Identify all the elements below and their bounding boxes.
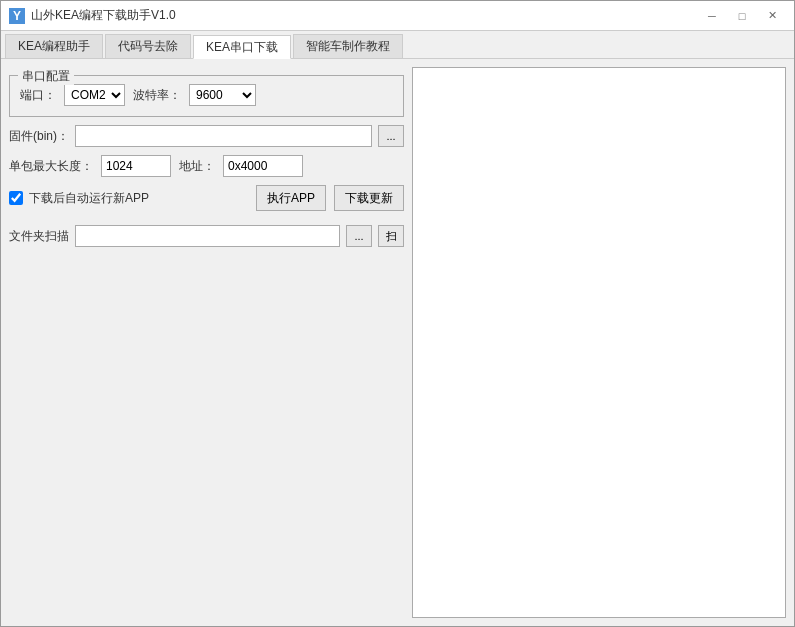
baud-label: 波特率：: [133, 87, 181, 104]
auto-run-row: 下载后自动运行新APP: [9, 190, 248, 207]
tab-bar: KEA编程助手 代码号去除 KEA串口下载 智能车制作教程: [1, 31, 794, 59]
packet-input[interactable]: [101, 155, 171, 177]
output-panel: [412, 67, 786, 618]
serial-config-title: 串口配置: [18, 68, 74, 85]
baud-select[interactable]: 9600 19200 38400 57600 115200: [189, 84, 256, 106]
left-panel: 串口配置 端口： COM2 COM1 COM3 COM4 波特率： 9600 1…: [9, 67, 404, 618]
tab-code-remove[interactable]: 代码号去除: [105, 34, 191, 58]
port-select[interactable]: COM2 COM1 COM3 COM4: [64, 84, 125, 106]
serial-config-group: 串口配置 端口： COM2 COM1 COM3 COM4 波特率： 9600 1…: [9, 75, 404, 117]
title-bar-left: Y 山外KEA编程下载助手V1.0: [9, 7, 176, 24]
main-content: 串口配置 端口： COM2 COM1 COM3 COM4 波特率： 9600 1…: [1, 59, 794, 626]
port-label: 端口：: [20, 87, 56, 104]
firmware-input[interactable]: [75, 125, 372, 147]
auto-run-checkbox[interactable]: [9, 191, 23, 205]
address-label: 地址：: [179, 158, 215, 175]
maximize-button[interactable]: □: [728, 6, 756, 26]
download-update-button[interactable]: 下载更新: [334, 185, 404, 211]
window-controls: ─ □ ✕: [698, 6, 786, 26]
app-icon: Y: [9, 8, 25, 24]
firmware-row: 固件(bin)： ...: [9, 125, 404, 147]
main-window: Y 山外KEA编程下载助手V1.0 ─ □ ✕ KEA编程助手 代码号去除 KE…: [0, 0, 795, 627]
folder-scan-input[interactable]: [75, 225, 340, 247]
close-button[interactable]: ✕: [758, 6, 786, 26]
tab-smart-car[interactable]: 智能车制作教程: [293, 34, 403, 58]
folder-scan-button[interactable]: 扫: [378, 225, 404, 247]
auto-run-label: 下载后自动运行新APP: [29, 190, 149, 207]
packet-label: 单包最大长度：: [9, 158, 93, 175]
folder-scan-row: 文件夹扫描 ... 扫: [9, 225, 404, 247]
firmware-browse-button[interactable]: ...: [378, 125, 404, 147]
port-baud-row: 端口： COM2 COM1 COM3 COM4 波特率： 9600 19200 …: [20, 84, 393, 106]
folder-browse-button[interactable]: ...: [346, 225, 372, 247]
folder-scan-label: 文件夹扫描: [9, 228, 69, 245]
packet-address-row: 单包最大长度： 地址：: [9, 155, 404, 177]
run-app-button[interactable]: 执行APP: [256, 185, 326, 211]
window-title: 山外KEA编程下载助手V1.0: [31, 7, 176, 24]
firmware-label: 固件(bin)：: [9, 128, 69, 145]
minimize-button[interactable]: ─: [698, 6, 726, 26]
tab-kea-serial[interactable]: KEA串口下载: [193, 35, 291, 59]
address-input[interactable]: [223, 155, 303, 177]
title-bar: Y 山外KEA编程下载助手V1.0 ─ □ ✕: [1, 1, 794, 31]
app-icon-letter: Y: [13, 9, 21, 23]
tab-kea-helper[interactable]: KEA编程助手: [5, 34, 103, 58]
